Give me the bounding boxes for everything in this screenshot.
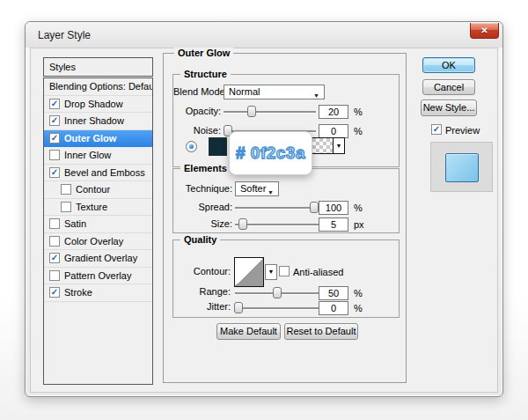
checkbox-checked-icon[interactable]: ✓ (49, 253, 60, 263)
spread-input[interactable]: 100 (319, 201, 348, 215)
quality-legend: Quality (180, 234, 220, 246)
sidebar-item-label: Gradient Overlay (64, 253, 137, 263)
sidebar-item-label: Inner Shadow (64, 115, 124, 126)
noise-label: Noise: (173, 125, 221, 136)
sidebar-item-color-overlay[interactable]: Color Overlay (44, 233, 152, 251)
jitter-label: Jitter: (173, 301, 231, 312)
checkbox-unchecked-icon[interactable] (49, 270, 60, 281)
spread-slider-thumb[interactable] (310, 202, 319, 213)
cancel-button[interactable]: Cancel (422, 79, 475, 95)
styles-header-label: Styles (49, 62, 76, 72)
close-icon: ✕ (480, 26, 488, 35)
sidebar-item-label: Blending Options: Default (49, 81, 153, 92)
sidebar-item-label: Bevel and Emboss (64, 167, 145, 178)
sidebar-item-bevel-and-emboss[interactable]: ✓Bevel and Emboss (44, 165, 152, 182)
dialog-content: Styles Blending Options: Default✓Drop Sh… (30, 48, 498, 393)
contour-chevron-down-icon[interactable]: ▼ (265, 264, 277, 280)
checkbox-unchecked-icon[interactable] (49, 218, 60, 229)
checkbox-checked-icon[interactable]: ✓ (49, 167, 60, 178)
gradient-chevron-down-icon[interactable]: ▼ (333, 138, 344, 153)
sidebar-item-outer-glow[interactable]: ✓Outer Glow (44, 130, 152, 148)
opacity-unit: % (354, 107, 363, 117)
noise-input[interactable]: 0 (319, 124, 348, 138)
anti-aliased-checkbox[interactable] (279, 266, 290, 276)
technique-label: Technique: (173, 183, 232, 194)
opacity-input[interactable]: 20 (319, 105, 348, 119)
sidebar-item-label: Color Overlay (64, 236, 123, 247)
sidebar-list: Blending Options: Default✓Drop Shadow✓In… (43, 77, 153, 385)
noise-unit: % (354, 126, 363, 136)
opacity-slider-thumb[interactable] (247, 106, 256, 117)
sidebar-item-gradient-overlay[interactable]: ✓Gradient Overlay (44, 250, 152, 268)
color-radio[interactable] (186, 141, 197, 152)
ok-button[interactable]: OK (422, 57, 475, 73)
checkbox-checked-icon[interactable]: ✓ (49, 99, 60, 109)
outer-glow-groupbox: Outer Glow Structure Blend Mode: Normal … (163, 53, 407, 383)
opacity-label: Opacity: (173, 106, 221, 116)
jitter-input[interactable]: 0 (319, 301, 348, 315)
sidebar-item-drop-shadow[interactable]: ✓Drop Shadow (44, 96, 152, 114)
sidebar-item-label: Outer Glow (64, 133, 116, 144)
outer-glow-legend: Outer Glow (174, 48, 233, 59)
range-slider[interactable] (235, 292, 319, 294)
contour-label: Contour: (173, 266, 231, 276)
checkbox-checked-icon[interactable]: ✓ (49, 287, 60, 298)
title-bar[interactable]: Layer Style ✕ (26, 22, 502, 48)
opacity-slider[interactable] (224, 111, 316, 113)
dialog-title: Layer Style (38, 29, 91, 41)
technique-select[interactable]: Softer ▼ (235, 181, 279, 196)
checkbox-checked-icon[interactable]: ✓ (49, 115, 60, 126)
range-input[interactable]: 50 (319, 286, 348, 300)
sidebar-item-texture[interactable]: Texture (44, 199, 152, 217)
contour-thumbnail[interactable] (234, 257, 264, 287)
layer-style-dialog: Layer Style ✕ Styles Blending Options: D… (25, 21, 503, 397)
preview-label: Preview (445, 125, 480, 136)
blend-mode-label: Blend Mode: (173, 86, 221, 97)
new-style-button[interactable]: New Style... (421, 99, 477, 116)
size-slider-thumb[interactable] (238, 218, 247, 230)
sidebar-item-label: Inner Glow (64, 150, 111, 160)
checkbox-unchecked-icon[interactable] (49, 150, 60, 160)
sidebar-item-blending-options-default[interactable]: Blending Options: Default (44, 78, 152, 96)
elements-legend: Elements (180, 163, 231, 174)
sidebar-item-label: Pattern Overlay (64, 270, 131, 281)
make-default-button[interactable]: Make Default (216, 323, 281, 340)
close-button[interactable]: ✕ (470, 23, 499, 39)
sidebar-item-satin[interactable]: Satin (44, 216, 152, 233)
sidebar-item-inner-shadow[interactable]: ✓Inner Shadow (44, 113, 152, 130)
sidebar-item-label: Satin (64, 218, 86, 229)
size-label: Size: (173, 218, 232, 229)
checkbox-unchecked-icon[interactable] (61, 202, 71, 212)
checkbox-checked-icon[interactable]: ✓ (49, 133, 60, 144)
reset-to-default-button[interactable]: Reset to Default (284, 323, 358, 340)
sidebar-item-contour[interactable]: Contour (44, 181, 152, 199)
blend-mode-select[interactable]: Normal ▼ (224, 85, 325, 99)
sidebar-item-inner-glow[interactable]: Inner Glow (44, 147, 152, 165)
checkbox-unchecked-icon[interactable] (61, 184, 71, 195)
sidebar-item-label: Contour (76, 184, 110, 195)
sidebar-item-pattern-overlay[interactable]: Pattern Overlay (44, 268, 152, 285)
sidebar-styles-header[interactable]: Styles (43, 57, 153, 77)
anti-aliased-label: Anti-aliased (293, 267, 343, 277)
elements-groupbox: Elements Technique: Softer ▼ Spread: 100… (172, 168, 400, 233)
color-hex-tooltip: # 0f2c3a (229, 131, 312, 175)
size-slider[interactable] (235, 224, 319, 225)
range-slider-thumb[interactable] (273, 287, 282, 298)
preview-area (430, 142, 493, 192)
sidebar-item-label: Texture (76, 202, 107, 212)
jitter-slider-thumb[interactable] (234, 302, 243, 313)
preview-checkbox[interactable]: ✓ (431, 124, 442, 135)
size-input[interactable]: 5 (319, 217, 348, 232)
range-unit: % (354, 288, 363, 298)
color-swatch[interactable] (209, 137, 227, 156)
spread-label: Spread: (173, 202, 232, 212)
chevron-down-icon: ▼ (268, 186, 274, 199)
checkbox-unchecked-icon[interactable] (49, 236, 60, 247)
color-hex-text: # 0f2c3a (236, 144, 305, 163)
chevron-down-icon: ▼ (313, 89, 319, 102)
sidebar-item-stroke[interactable]: ✓Stroke (44, 284, 152, 302)
jitter-slider[interactable] (235, 307, 319, 309)
sidebar-item-label: Drop Shadow (64, 99, 123, 109)
spread-slider[interactable] (235, 207, 319, 209)
jitter-unit: % (354, 303, 363, 313)
